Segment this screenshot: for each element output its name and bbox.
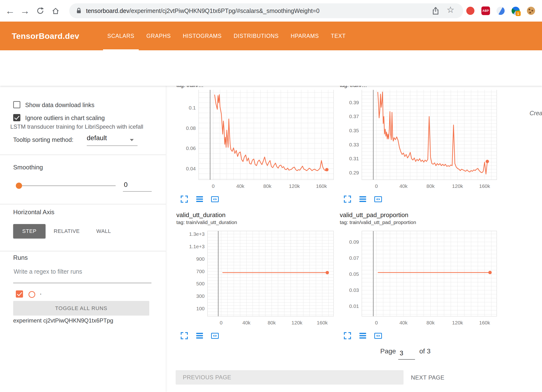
divider [0, 155, 166, 155]
chevron-down-icon[interactable] [130, 139, 134, 141]
chart-toolbar [180, 331, 219, 340]
scalar-chart-card-valid-utt-duration: 1.3e+31.1e+3900700500300100040k80k120k16… [185, 230, 343, 328]
chart-subtitle: tag: train/valid_utt_pad_proportion [340, 219, 416, 225]
svg-text:0.39: 0.39 [349, 100, 359, 105]
horizontal-axis-label: Horizontal Axis [13, 208, 54, 216]
svg-text:40k: 40k [399, 320, 408, 325]
runs-filter-input[interactable] [13, 268, 148, 275]
svg-text:1.3e+3: 1.3e+3 [189, 231, 205, 237]
tab-histograms[interactable]: HISTOGRAMS [179, 22, 226, 50]
toggle-all-runs-button[interactable]: TOGGLE ALL RUNS [13, 301, 149, 316]
tensorboard-page: ← → tensorboard.dev/experiment/cj2vtPiwQ… [0, 0, 542, 392]
tab-graphs[interactable]: GRAPHS [142, 22, 175, 50]
svg-text:0: 0 [220, 320, 223, 325]
run-checkbox[interactable] [16, 290, 23, 298]
svg-text:40k: 40k [236, 183, 244, 189]
chart-canvas[interactable]: 0.10.080.060.04040k80k120k160k [176, 89, 336, 192]
svg-text:40k: 40k [399, 183, 408, 189]
svg-text:0: 0 [212, 183, 215, 189]
chart-canvas[interactable]: 0.390.370.350.330.310.29040k80k120k160k [339, 89, 500, 192]
chart-subtitle: tag: train/valid_utt_duration [176, 219, 237, 225]
smoothing-input-underline [123, 191, 152, 192]
tooltip-select-underline [87, 145, 138, 146]
created-text-clipped: Crea [530, 110, 542, 117]
tab-hparams[interactable]: HPARAMS [286, 22, 323, 50]
ignore-outliers-checkbox[interactable] [13, 114, 20, 121]
clipped-chart-subtitle: tag: train/… [176, 85, 301, 89]
svg-text:0.37: 0.37 [349, 114, 359, 119]
svg-text:80k: 80k [427, 320, 435, 325]
axis-wall-button[interactable]: WALL [96, 224, 111, 238]
previous-page-button[interactable]: PREVIOUS PAGE [176, 370, 404, 385]
svg-text:0.04: 0.04 [186, 166, 196, 171]
back-button[interactable]: ← [3, 0, 17, 22]
divider [0, 204, 166, 204]
fullscreen-icon[interactable] [180, 331, 189, 340]
forward-button[interactable]: → [18, 0, 32, 22]
app-logo[interactable]: TensorBoard.dev [12, 22, 79, 50]
svg-text:0.03: 0.03 [349, 287, 359, 293]
fullscreen-icon[interactable] [343, 195, 352, 203]
fit-domain-icon[interactable] [374, 331, 382, 340]
svg-text:0.06: 0.06 [186, 145, 196, 151]
runs-list-icon[interactable] [358, 331, 367, 340]
page-number-input[interactable] [398, 349, 416, 357]
bookmark-star-icon[interactable]: ☆ [447, 5, 454, 15]
share-icon[interactable] [432, 7, 440, 15]
svg-text:0.35: 0.35 [349, 128, 359, 133]
page-input-underline [398, 359, 415, 360]
tab-text[interactable]: TEXT [327, 22, 350, 50]
tooltip-sorting-select[interactable]: default [87, 134, 107, 142]
chart-canvas[interactable]: 1.3e+31.1e+3900700500300100040k80k120k16… [185, 230, 343, 328]
fit-domain-icon[interactable] [211, 195, 219, 203]
cookie-dot [531, 10, 533, 12]
svg-text:40k: 40k [242, 320, 250, 325]
smoothing-value-input[interactable] [123, 181, 151, 189]
smoothing-slider-track[interactable] [19, 185, 116, 186]
smoothing-slider-thumb[interactable] [16, 183, 22, 189]
svg-text:0.09: 0.09 [349, 239, 359, 245]
svg-text:0.01: 0.01 [349, 303, 359, 309]
tab-distributions[interactable]: DISTRIBUTIONS [229, 22, 283, 50]
runs-list-icon[interactable] [195, 195, 204, 203]
url-text: tensorboard.dev/experiment/cj2vtPiwQHKN9… [86, 7, 319, 14]
scalar-chart-card-1: 0.10.080.060.04040k80k120k160k [176, 89, 336, 192]
fit-domain-icon[interactable] [211, 331, 219, 340]
tab-scalars[interactable]: SCALARS [103, 22, 139, 50]
svg-text:160k: 160k [316, 183, 327, 189]
next-page-button[interactable]: NEXT PAGE [411, 374, 444, 381]
extension-red-icon[interactable] [466, 7, 474, 15]
reload-button[interactable] [33, 0, 47, 22]
svg-text:0.08: 0.08 [186, 125, 196, 131]
page-label: Page [380, 347, 396, 355]
lock-icon[interactable] [75, 7, 82, 14]
svg-text:80k: 80k [427, 183, 435, 189]
address-bar[interactable]: tensorboard.dev/experiment/cj2vtPiwQHKN9… [69, 3, 463, 18]
page-of-label: of 3 [419, 347, 431, 355]
send-feedback-button[interactable]: SEND FEEDBACK [459, 51, 536, 64]
app-header: TensorBoard.dev SCALARS GRAPHS HISTOGRAM… [0, 22, 542, 50]
svg-text:120k: 120k [452, 320, 463, 325]
run-color-swatch[interactable] [29, 291, 35, 298]
ignore-outliers-label: Ignore outliers in chart scaling [25, 115, 105, 121]
svg-text:160k: 160k [479, 320, 490, 325]
reload-icon [36, 6, 45, 15]
home-button[interactable] [48, 0, 63, 22]
runs-list-icon[interactable] [195, 331, 204, 340]
runs-list-icon[interactable] [358, 195, 367, 203]
cookie-icon[interactable] [527, 7, 535, 15]
svg-text:300: 300 [196, 293, 205, 299]
axis-relative-button[interactable]: RELATIVE [54, 224, 80, 238]
runs-label: Runs [13, 254, 28, 261]
fullscreen-icon[interactable] [343, 331, 352, 340]
svg-text:120k: 120k [289, 183, 300, 189]
fullscreen-icon[interactable] [180, 195, 189, 203]
extension-abp-icon[interactable]: ABP [481, 6, 490, 15]
axis-step-button[interactable]: STEP [13, 224, 46, 238]
fit-domain-icon[interactable] [374, 195, 382, 203]
svg-text:0.29: 0.29 [349, 170, 359, 175]
show-download-links-checkbox[interactable] [13, 101, 20, 108]
chart-canvas[interactable]: 0.090.070.050.030.01040k80k120k160k [339, 230, 500, 328]
extension-blue-icon[interactable] [496, 7, 505, 15]
svg-text:160k: 160k [317, 320, 328, 325]
